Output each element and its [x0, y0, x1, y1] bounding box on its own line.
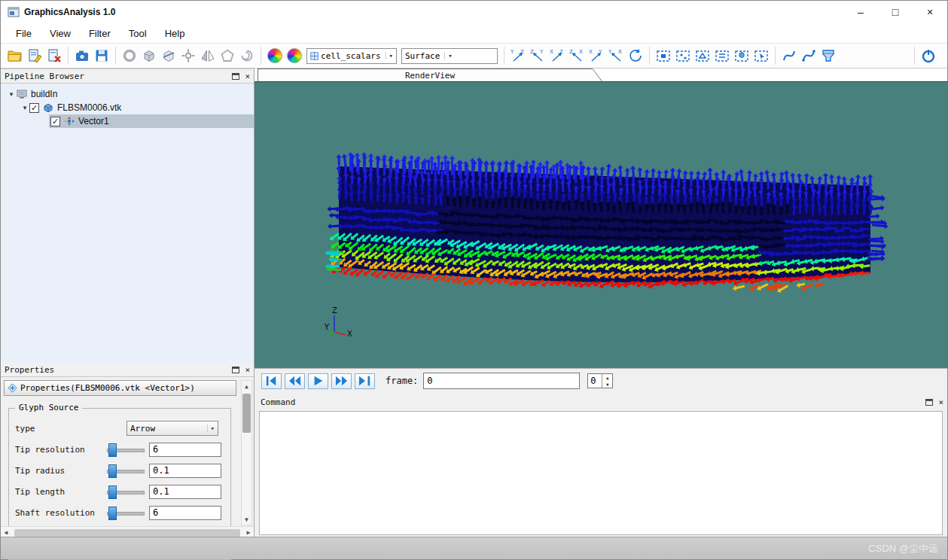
render-viewport[interactable]: Z Y X: [255, 81, 948, 368]
tree-item-label: FLBSM0006.vtk: [57, 102, 121, 113]
set-view-minus-y-button[interactable]: ZX: [567, 46, 587, 65]
rotate-view-button[interactable]: [626, 46, 645, 65]
open-file-button[interactable]: [5, 46, 25, 65]
menu-filter[interactable]: Filter: [80, 28, 120, 39]
svg-text:X: X: [550, 49, 553, 55]
select-cells-polygon-button[interactable]: [693, 46, 712, 65]
set-view-minus-z-button[interactable]: YX: [606, 46, 626, 65]
command-panel: Command ×: [255, 393, 947, 537]
slider-handle[interactable]: [108, 464, 117, 478]
spline-edit-button[interactable]: [799, 46, 818, 65]
float-panel-icon[interactable]: [925, 399, 933, 406]
tree-item-buildin[interactable]: ▾ buildIn: [1, 87, 254, 101]
set-view-minus-x-button[interactable]: ZY: [528, 46, 547, 65]
toolbar-separator: [775, 47, 776, 65]
menu-view[interactable]: View: [41, 28, 80, 39]
scalar-field-dropdown[interactable]: cell_scalars ▾: [306, 48, 397, 64]
close-panel-icon[interactable]: ×: [245, 366, 250, 374]
render-canvas[interactable]: [255, 82, 948, 368]
clip-box-button[interactable]: [139, 46, 159, 65]
toolbar-separator: [914, 47, 915, 65]
minimize-button[interactable]: –: [843, 1, 878, 23]
glyph-type-value: Arrow: [130, 424, 155, 434]
screenshot-button[interactable]: [72, 46, 92, 65]
main-toolbar: cell_scalars ▾ Surface ▾ YZ ZY XZ ZX XY …: [1, 44, 947, 68]
select-block-button[interactable]: [732, 46, 751, 65]
tip-resolution-slider[interactable]: [107, 443, 145, 455]
frame-label: frame:: [386, 376, 418, 386]
shaft-resolution-slider[interactable]: [107, 507, 145, 519]
tip-resolution-input[interactable]: [149, 443, 221, 457]
stream-tracer-button[interactable]: [237, 46, 257, 65]
reflect-button[interactable]: [198, 46, 218, 65]
tip-radius-input[interactable]: [149, 464, 221, 478]
select-cells-rect-button[interactable]: [654, 46, 673, 65]
play-button[interactable]: [308, 373, 328, 389]
representation-dropdown[interactable]: Surface ▾: [401, 48, 498, 64]
float-panel-icon[interactable]: [232, 73, 239, 80]
properties-source-button[interactable]: Properties(FLBSM0006.vtk <Vector1>): [4, 380, 236, 396]
shaft-resolution-input[interactable]: [149, 506, 221, 520]
spline-source-button[interactable]: [779, 46, 799, 65]
color-wheel-edit-icon: [287, 48, 302, 63]
set-view-plus-z-button[interactable]: XY: [587, 46, 606, 65]
color-wheel-icon: [267, 48, 282, 63]
scroll-up-icon[interactable]: ▲: [242, 381, 251, 391]
watermark-text: CSDN @尘中远: [868, 542, 938, 555]
window-title: GraphicsAnalysis 1.0: [24, 7, 115, 17]
slider-handle[interactable]: [108, 443, 117, 457]
color-map-button[interactable]: [265, 46, 285, 65]
slider-handle[interactable]: [108, 507, 117, 520]
tip-length-slider[interactable]: [107, 485, 145, 498]
select-points-rect-button[interactable]: [673, 46, 693, 65]
svg-text:Y: Y: [539, 49, 544, 55]
menu-file[interactable]: File: [7, 28, 41, 39]
set-view-plus-x-button[interactable]: YZ: [508, 46, 528, 65]
maximize-button[interactable]: □: [878, 1, 913, 23]
glyph-type-select[interactable]: Arrow ▾: [127, 421, 218, 436]
scroll-down-icon[interactable]: ▼: [242, 514, 251, 525]
menu-tool[interactable]: Tool: [120, 28, 156, 39]
interactive-select-button[interactable]: [751, 46, 771, 65]
app-icon: [8, 7, 20, 17]
save-edit-button[interactable]: [25, 46, 44, 65]
spin-up-icon[interactable]: ▲: [602, 374, 612, 381]
float-panel-icon[interactable]: [232, 367, 239, 373]
contour-button[interactable]: [120, 46, 139, 65]
polygon-clip-button[interactable]: [218, 46, 237, 65]
save-delete-button[interactable]: [44, 46, 64, 65]
last-frame-button[interactable]: [355, 373, 375, 389]
frame-input[interactable]: [423, 373, 580, 389]
expander-icon[interactable]: ▾: [20, 104, 29, 111]
next-frame-button[interactable]: [331, 373, 352, 389]
axes-origin-button[interactable]: [178, 46, 198, 65]
close-panel-icon[interactable]: ×: [938, 398, 943, 406]
select-points-polygon-button[interactable]: [712, 46, 732, 65]
frame-spinbox[interactable]: 0 ▲ ▼: [587, 373, 613, 388]
menu-help[interactable]: Help: [156, 28, 194, 39]
tree-item-vector1[interactable]: ✓ Vector1: [1, 114, 254, 128]
previous-frame-button[interactable]: [285, 373, 305, 389]
scrollbar-thumb[interactable]: [14, 529, 240, 537]
close-button[interactable]: ×: [913, 1, 947, 23]
slider-handle[interactable]: [108, 485, 117, 499]
save-data-button[interactable]: [92, 46, 111, 65]
vtk-visibility-checkbox[interactable]: ✓: [29, 103, 39, 113]
command-output-area[interactable]: [259, 411, 943, 535]
tip-radius-slider[interactable]: [107, 464, 145, 476]
first-frame-button[interactable]: [261, 373, 282, 389]
slice-box-button[interactable]: [159, 46, 178, 65]
close-panel-icon[interactable]: ×: [245, 72, 250, 81]
power-button[interactable]: [919, 46, 938, 65]
tree-item-vtk-file[interactable]: ▾ ✓ FLBSM0006.vtk: [1, 101, 254, 114]
scrollbar-thumb[interactable]: [242, 394, 251, 433]
spin-down-icon[interactable]: ▼: [602, 381, 612, 388]
properties-vertical-scrollbar[interactable]: ▲ ▼: [241, 380, 252, 525]
spreadsheet-filter-button[interactable]: [818, 46, 838, 65]
color-edit-button[interactable]: [285, 46, 304, 65]
renderview-tab[interactable]: RenderView: [258, 68, 602, 81]
expander-icon[interactable]: ▾: [7, 90, 16, 98]
vector1-visibility-checkbox[interactable]: ✓: [50, 117, 60, 126]
tip-length-input[interactable]: [149, 485, 221, 499]
set-view-plus-y-button[interactable]: XZ: [547, 46, 567, 65]
